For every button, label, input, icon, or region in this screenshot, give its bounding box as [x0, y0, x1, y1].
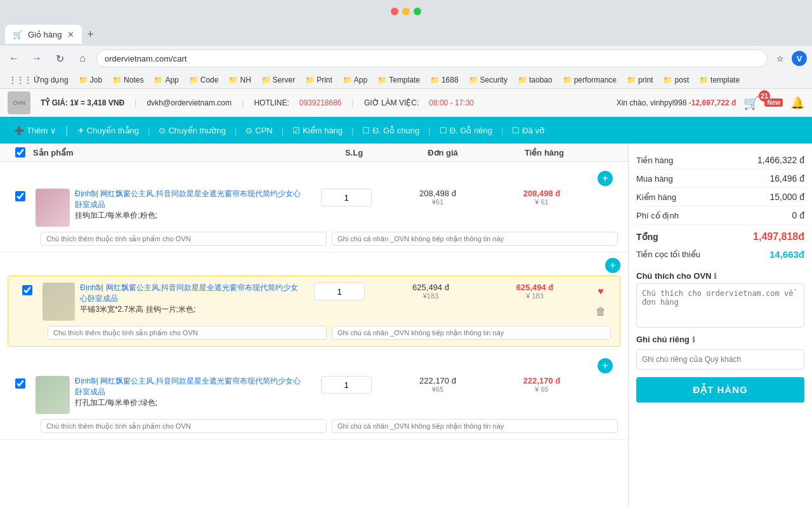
- nav-item-kiem-hang[interactable]: ☑ Kiểm hàng: [286, 122, 349, 139]
- bookmark-print[interactable]: 📁 Print: [301, 74, 336, 86]
- deposit-value: 14,663đ: [769, 249, 804, 260]
- nav-item-cpn[interactable]: ⊙ CPN: [239, 122, 278, 139]
- cart-area[interactable]: 🛒 21 New: [743, 95, 783, 110]
- item1-add-button[interactable]: +: [598, 171, 613, 186]
- bookmark-nh[interactable]: 📁 NH: [225, 74, 254, 86]
- address-bar[interactable]: ordervietnam.com/cart: [96, 50, 768, 67]
- bell-icon[interactable]: 🔔: [790, 96, 804, 110]
- bookmark-taobao[interactable]: 📁 taobao: [514, 74, 556, 86]
- item1-note1-input[interactable]: [41, 232, 327, 246]
- item3-note-row: [8, 419, 620, 433]
- exchange-rate: TỶ GIÁ: 1¥ = 3,418 VNĐ: [41, 98, 124, 107]
- item1-total: 208,498 đ: [491, 189, 593, 198]
- tong-label: Tổng: [636, 232, 658, 242]
- mua-hang-value: 16,496 đ: [770, 173, 805, 184]
- kiem-hang-row: Kiểm hàng 15,000 đ: [636, 188, 804, 206]
- tab-bar: 🛒 Giỏ hàng ✕ +: [0, 23, 812, 46]
- email-info: dvkh@ordervietnam.com: [147, 98, 232, 107]
- item3-note1-input[interactable]: [41, 419, 327, 433]
- deposit-row: Tiền cọc tối thiểu 14,663đ: [636, 246, 804, 266]
- google-account-icon[interactable]: V: [792, 51, 807, 66]
- nav-item-them[interactable]: ➕ Thêm ∨: [8, 122, 63, 139]
- cart-count-badge: 21: [759, 90, 770, 102]
- bookmark-app[interactable]: 📁 App: [150, 74, 182, 86]
- bookmark-apps[interactable]: ⋮⋮⋮ Ứng dụng: [5, 74, 72, 86]
- hotline-number: 0939218686: [299, 98, 342, 107]
- item2-qty-input[interactable]: [314, 283, 365, 300]
- back-button[interactable]: ←: [5, 50, 23, 67]
- folder-icon-14: 📁: [627, 76, 636, 84]
- bookmark-post[interactable]: 📁 post: [659, 74, 693, 86]
- item3-checkbox[interactable]: [15, 378, 25, 389]
- home-button[interactable]: ⌂: [74, 50, 91, 67]
- chu-thich-textarea[interactable]: [636, 283, 804, 328]
- item2-total-yen: ¥ 183: [484, 292, 586, 300]
- bookmark-code[interactable]: 📁 Code: [185, 74, 223, 86]
- folder-icon-7: 📁: [305, 76, 315, 84]
- ghi-chu-info-icon: ℹ: [692, 335, 695, 344]
- nav-item-go-rieng[interactable]: ☐ Đ. Gỗ riêng: [433, 122, 499, 139]
- item1-qty-input[interactable]: [321, 189, 372, 206]
- qty-col-header: S.Lg: [316, 148, 392, 157]
- item1-name[interactable]: Định制 网红飘窗公主风,抖音同款星星全遮光窗帘布现代简约少女心卧室成品: [75, 189, 306, 210]
- bookmark-server[interactable]: 📁 Server: [258, 74, 299, 86]
- ghi-chu-input[interactable]: [636, 349, 804, 370]
- item2-name[interactable]: Định制 网红飘窗公主风,抖音同款星星全遮光窗帘布现代简约少女心卧室成品: [80, 283, 299, 304]
- cart-container: Sản phẩm S.Lg Đơn giá Tiền hàng +: [0, 144, 812, 508]
- folder-icon-2: 📁: [112, 76, 122, 84]
- bookmark-template2[interactable]: 📁 template: [695, 74, 743, 86]
- folder-icon-16: 📁: [699, 76, 709, 84]
- bookmark-performance[interactable]: 📁 performance: [559, 74, 620, 86]
- item3-add-button[interactable]: +: [598, 358, 613, 373]
- order-button[interactable]: ĐẶT HÀNG: [636, 377, 804, 403]
- phi-co-dinh-value: 0 đ: [792, 210, 804, 220]
- bookmark-notes[interactable]: 📁 Notes: [108, 74, 147, 86]
- chu-thich-title: Chú thích cho OVN ℹ: [636, 271, 804, 281]
- hotline-label: HOTLINE:: [254, 98, 289, 107]
- item2-note2-input[interactable]: [332, 326, 611, 340]
- item2-unit-yen: ¥183: [380, 292, 481, 300]
- active-tab[interactable]: 🛒 Giỏ hàng ✕: [5, 25, 82, 44]
- bookmark-security[interactable]: 📁 Security: [465, 74, 511, 86]
- item3-name[interactable]: Định制 网红飘窗公主风,抖音同款星星全遮光窗帘布现代简约少女心卧室成品: [75, 376, 306, 398]
- item1-note2-input[interactable]: [332, 232, 618, 246]
- apps-icon: ⋮⋮⋮: [9, 76, 32, 84]
- nav-item-go-chung[interactable]: ☐ Đ. Gỗ chung: [356, 122, 426, 139]
- select-all-checkbox[interactable]: [15, 147, 25, 157]
- nav-item-da-vo[interactable]: ☐ Đã vỡ: [506, 122, 551, 139]
- item3-note2-input[interactable]: [332, 419, 618, 433]
- refresh-button[interactable]: ↻: [51, 50, 69, 67]
- bookmark-print2[interactable]: 📁 print: [623, 74, 657, 86]
- item1-checkbox[interactable]: [15, 191, 25, 201]
- folder-icon-3: 📁: [154, 76, 163, 84]
- item3-row: Định制 网红飘窗公主风,抖音同款星星全遮光窗帘布现代简约少女心卧室成品 打孔…: [8, 376, 620, 414]
- nav-item-chuyen-thang[interactable]: ✈ Chuyển thẳng: [71, 122, 146, 139]
- browser-chrome: 🛒 Giỏ hàng ✕ + ← → ↻ ⌂ ordervietnam.com/…: [0, 0, 812, 89]
- folder-icon-6: 📁: [261, 76, 271, 84]
- bookmark-template[interactable]: 📁 Template: [374, 74, 424, 86]
- item3-qty-input[interactable]: [321, 376, 372, 394]
- hours-label: GIỜ LÀM VIỆC:: [364, 98, 419, 107]
- bookmark-1688[interactable]: 📁 1688: [426, 74, 462, 86]
- item2-favorite-button[interactable]: ♥: [592, 283, 610, 300]
- nav-item-chuyen-thuong[interactable]: ⊙ Chuyển thường: [152, 122, 232, 139]
- tab-close-icon[interactable]: ✕: [67, 30, 74, 39]
- deposit-label: Tiền cọc tối thiểu: [636, 250, 700, 259]
- item3-total: 222,170 đ: [491, 376, 593, 385]
- item2-total: 625,494 đ: [484, 283, 586, 292]
- bookmark-job[interactable]: 📁 Job: [75, 74, 106, 86]
- bookmark-icon[interactable]: ☆: [773, 51, 788, 66]
- new-tab-button[interactable]: +: [82, 25, 100, 43]
- item2-add-button[interactable]: +: [605, 258, 620, 273]
- forward-button[interactable]: →: [28, 50, 46, 67]
- item2-note1-input[interactable]: [48, 326, 327, 340]
- site-logo: OVN: [8, 91, 30, 114]
- item2-checkbox[interactable]: [22, 285, 32, 295]
- folder-icon-4: 📁: [189, 76, 199, 84]
- kiem-hang-value: 15,000 đ: [770, 192, 805, 202]
- logo-area: OVN: [8, 91, 30, 114]
- site-topbar: OVN TỶ GIÁ: 1¥ = 3,418 VNĐ | dvkh@orderv…: [0, 89, 812, 117]
- item1-row: Định制 网红飘窗公主风,抖音同款星星全遮光窗帘布现代简约少女心卧室成品 挂钩…: [8, 189, 620, 227]
- item2-delete-button[interactable]: 🗑: [592, 303, 610, 321]
- bookmark-app2[interactable]: 📁 App: [339, 74, 371, 86]
